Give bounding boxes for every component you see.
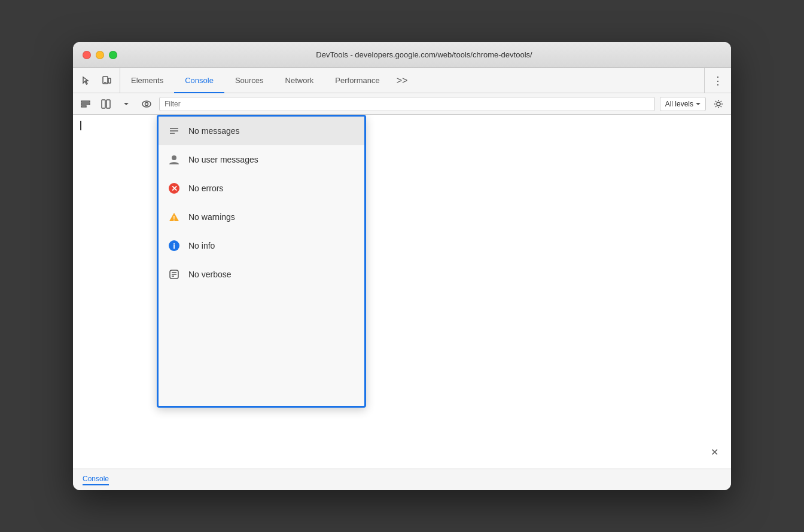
maximize-button[interactable] xyxy=(109,51,117,59)
dropdown-item-no-messages[interactable]: No messages xyxy=(159,117,364,145)
svg-rect-6 xyxy=(102,100,105,108)
svg-rect-4 xyxy=(81,103,90,105)
devtools-body: No messages No user messages ✕ xyxy=(73,115,731,469)
levels-dropdown[interactable]: All levels xyxy=(660,97,706,111)
traffic-lights xyxy=(83,51,117,59)
settings-button[interactable] xyxy=(711,96,726,112)
clear-icon xyxy=(81,99,90,109)
close-button[interactable] xyxy=(83,51,91,59)
svg-point-9 xyxy=(145,102,148,105)
svg-rect-7 xyxy=(106,100,110,108)
more-tabs-button[interactable]: >> xyxy=(391,68,414,93)
close-panel-button[interactable]: ✕ xyxy=(707,445,721,459)
dropdown-item-no-warnings[interactable]: ! No warnings xyxy=(159,203,364,231)
filter-input[interactable] xyxy=(165,100,650,108)
gear-icon xyxy=(714,99,723,109)
svg-point-14 xyxy=(172,155,176,160)
inspect-element-button[interactable] xyxy=(78,72,95,89)
warning-icon: ! xyxy=(168,211,180,223)
dropdown-item-no-user-messages[interactable]: No user messages xyxy=(159,145,364,174)
eye-icon xyxy=(142,99,151,109)
bottom-tab-console[interactable]: Console xyxy=(83,475,109,485)
more-options-button[interactable]: ⋮ xyxy=(709,72,726,89)
tab-console[interactable]: Console xyxy=(174,69,224,93)
svg-point-10 xyxy=(717,102,720,106)
second-icon xyxy=(101,99,111,109)
bottom-bar: Console xyxy=(73,469,731,490)
eye-button[interactable] xyxy=(139,96,154,112)
svg-point-8 xyxy=(142,101,151,107)
cursor-icon xyxy=(81,76,91,85)
dropdown-item-no-errors[interactable]: ✕ No errors xyxy=(159,174,364,203)
dropdown-item-no-verbose[interactable]: No verbose xyxy=(159,260,364,289)
svg-rect-3 xyxy=(81,101,90,102)
devtools-window: DevTools - developers.google.com/web/too… xyxy=(73,42,731,490)
dropdown-arrow-button[interactable] xyxy=(118,96,134,112)
svg-text:!: ! xyxy=(173,215,175,222)
user-messages-icon xyxy=(168,154,180,166)
window-title: DevTools - developers.google.com/web/too… xyxy=(127,50,721,59)
tab-sources[interactable]: Sources xyxy=(224,69,275,93)
tabs: Elements Console Sources Network Perform… xyxy=(120,68,704,93)
info-icon: i xyxy=(168,240,180,252)
tab-network[interactable]: Network xyxy=(275,69,325,93)
error-icon: ✕ xyxy=(168,182,180,194)
messages-icon xyxy=(168,125,180,137)
minimize-button[interactable] xyxy=(96,51,104,59)
verbose-icon xyxy=(168,268,180,280)
levels-dropdown-menu: No messages No user messages ✕ xyxy=(157,115,366,408)
console-toolbar: All levels xyxy=(73,93,731,115)
tab-performance[interactable]: Performance xyxy=(324,69,390,93)
svg-text:i: i xyxy=(173,241,175,250)
devtools-toolbar: Elements Console Sources Network Perform… xyxy=(73,68,731,93)
filter-input-wrapper[interactable] xyxy=(159,97,655,111)
clear-console-button[interactable] xyxy=(78,96,93,112)
show-second-button[interactable] xyxy=(98,96,114,112)
svg-text:✕: ✕ xyxy=(171,184,178,193)
levels-chevron-icon xyxy=(696,102,701,106)
tab-elements[interactable]: Elements xyxy=(120,69,174,93)
device-icon xyxy=(102,76,111,85)
toolbar-right: ⋮ xyxy=(704,68,731,93)
title-bar: DevTools - developers.google.com/web/too… xyxy=(73,42,731,68)
device-toggle-button[interactable] xyxy=(98,72,115,89)
svg-rect-1 xyxy=(108,78,111,83)
svg-rect-5 xyxy=(81,106,86,107)
toolbar-icons xyxy=(73,68,120,93)
dropdown-item-no-info[interactable]: i No info xyxy=(159,231,364,260)
chevron-down-icon xyxy=(123,101,129,107)
console-cursor xyxy=(80,121,81,130)
